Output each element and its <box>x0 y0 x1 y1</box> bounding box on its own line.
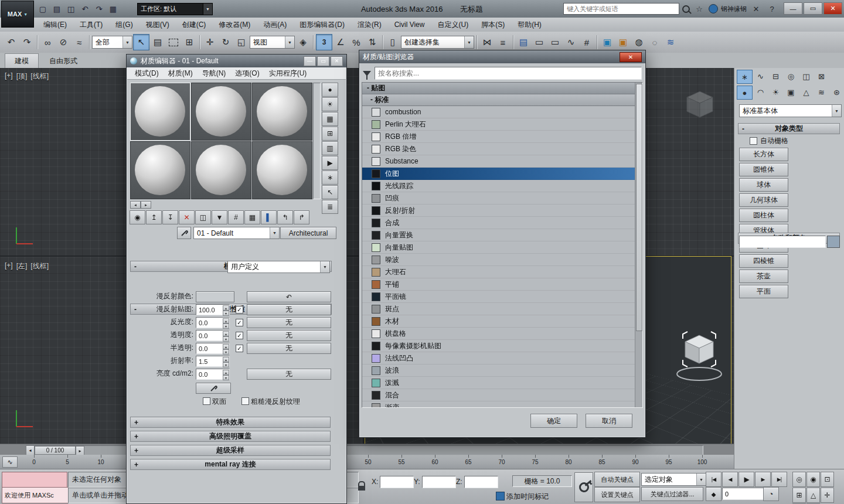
transparency-spinner[interactable]: 0.0▴▾ <box>196 330 230 341</box>
key-filters-button[interactable]: 关键点过滤器... <box>641 487 703 501</box>
undo-icon[interactable]: ↶ <box>4 35 19 50</box>
object-primitive-button[interactable]: 长方体 <box>739 148 788 161</box>
select-and-link-icon[interactable]: ∞ <box>40 35 55 50</box>
put-to-library-icon[interactable]: ▼ <box>212 210 227 224</box>
object-primitive-button[interactable]: 圆锥体 <box>739 163 788 176</box>
window-crossing-icon[interactable]: ⊞ <box>182 35 197 50</box>
help-icon[interactable]: ? <box>765 2 778 15</box>
systems-category-icon[interactable]: ⊛ <box>829 86 844 98</box>
translucency-spinner[interactable]: 0.0▴▾ <box>196 343 230 354</box>
helpers-category-icon[interactable]: △ <box>799 86 814 98</box>
sample-type-icon[interactable]: ● <box>322 83 338 97</box>
create-tab-icon[interactable]: ∗ <box>737 70 753 84</box>
sample-slot[interactable] <box>252 141 312 199</box>
bind-to-spacewarp-icon[interactable]: ≈ <box>72 35 87 50</box>
zoom-extents-all-icon[interactable]: ⊞ <box>792 488 806 503</box>
new-scene-icon[interactable]: ▢ <box>36 2 49 15</box>
x-coord-field[interactable] <box>380 476 414 488</box>
put-to-scene-icon[interactable]: ↥ <box>146 210 162 224</box>
select-object-icon[interactable]: ↖ <box>133 34 149 50</box>
sample-slot[interactable] <box>191 141 251 199</box>
cameras-category-icon[interactable]: ▣ <box>784 86 798 98</box>
percent-snap-icon[interactable]: % <box>349 35 364 50</box>
y-coord-field[interactable] <box>422 476 456 488</box>
luminance-spinner[interactable]: 0.0▴▾ <box>196 369 230 380</box>
spacewarps-category-icon[interactable]: ≋ <box>814 86 829 98</box>
go-to-parent-icon[interactable]: ↰ <box>277 210 293 224</box>
filter-icon[interactable] <box>363 71 371 76</box>
make-preview-icon[interactable]: ▶ <box>322 156 338 170</box>
options-icon[interactable]: ∗ <box>322 171 338 185</box>
material-editor-titlebar[interactable]: 材质编辑器 - 01 - Default — ▭ ✕ <box>127 55 346 67</box>
ior-spinner[interactable]: 1.5▴▾ <box>196 356 230 367</box>
angle-snap-icon[interactable]: ∠ <box>333 35 348 50</box>
display-tab-icon[interactable]: ◫ <box>799 70 814 83</box>
select-and-move-icon[interactable]: ✛ <box>202 35 217 50</box>
diffuse-map-checkbox[interactable]: ✓ <box>236 306 243 314</box>
next-frame-icon[interactable]: ▶ <box>755 472 771 487</box>
menu-item[interactable]: 帮助(H) <box>512 18 547 32</box>
a360-cloud-render-icon[interactable]: ≋ <box>663 35 678 50</box>
scroll-left-icon[interactable]: ◂ <box>130 201 141 209</box>
standard-group-header[interactable]: - 标准 <box>362 94 642 106</box>
material-editor-menu-item[interactable]: 导航(N) <box>198 67 230 80</box>
geometry-category-combo[interactable]: 标准基本体 ▼ <box>739 104 842 117</box>
maxscript-mini-listener[interactable]: 欢迎使用 MAXSc <box>2 487 70 503</box>
autogrid-checkbox[interactable] <box>750 137 757 145</box>
spinner-snap-icon[interactable]: ⇅ <box>365 35 380 50</box>
minimize-button[interactable]: — <box>784 2 802 15</box>
exchange-apps-icon[interactable]: ✕ <box>750 2 763 15</box>
key-filter-combo[interactable]: 选定对象 ▼ <box>641 473 706 486</box>
user-avatar-icon[interactable] <box>709 4 718 13</box>
select-and-scale-icon[interactable]: ◱ <box>234 35 249 50</box>
map-type-row[interactable]: 合成 <box>362 217 642 229</box>
field-of-view-icon[interactable]: △ <box>806 488 820 503</box>
selection-region-icon[interactable] <box>166 35 181 50</box>
add-time-tag[interactable]: 添加时间标记 <box>506 492 549 502</box>
sample-slot[interactable] <box>130 141 190 199</box>
scrollbar-thumb[interactable] <box>636 84 642 331</box>
map-search-input[interactable] <box>375 67 642 80</box>
geometry-category-icon[interactable]: ● <box>737 86 753 100</box>
set-key-button[interactable]: 设置关键点 <box>594 487 640 502</box>
diffuse-map-spinner[interactable]: 100.0▴▾ <box>196 304 230 315</box>
mirror-icon[interactable]: ⋈ <box>479 35 495 50</box>
object-type-rollout[interactable]: - 对象类型 <box>738 123 840 134</box>
object-primitive-button[interactable]: 球体 <box>739 178 788 192</box>
pick-material-eyedropper[interactable] <box>177 227 191 239</box>
material-editor-menu-item[interactable]: 选项(O) <box>231 67 263 80</box>
video-color-check-icon[interactable]: ▥ <box>322 141 338 155</box>
zoom-extents-icon[interactable]: ⊡ <box>821 472 834 487</box>
workspace-combo[interactable]: 工作区: 默认 ▼ <box>137 3 213 15</box>
material-name-combo[interactable]: 01 - Default ▼ <box>193 227 280 239</box>
map-browser-titlebar[interactable]: 材质/贴图浏览器 ✕ <box>359 50 645 63</box>
z-coord-field[interactable] <box>464 476 498 488</box>
viewcube-inactive[interactable] <box>678 84 722 125</box>
selection-filter-combo[interactable]: 全部 ▼ <box>92 36 132 49</box>
map-type-row[interactable]: 棋盘格 <box>362 328 642 340</box>
slot-hscrollbar[interactable]: ◂ ▸ <box>130 201 151 209</box>
luminance-picker-button[interactable] <box>196 383 231 394</box>
diffuse-color-swatch[interactable] <box>196 291 234 302</box>
scene-explorer-icon[interactable]: ▤ <box>516 35 531 50</box>
rollout-header[interactable]: + 特殊效果 <box>130 417 331 428</box>
viewcube[interactable] <box>675 326 724 384</box>
background-icon[interactable]: ▦ <box>322 112 338 126</box>
go-to-end-icon[interactable]: ▶| <box>771 472 787 487</box>
search-input[interactable] <box>563 3 679 15</box>
material-navigator-icon[interactable]: ≣ <box>322 200 338 214</box>
list-scrollbar[interactable] <box>635 83 642 407</box>
hierarchy-tab-icon[interactable]: ⊟ <box>768 70 783 83</box>
shininess-checkbox[interactable]: ✓ <box>236 319 243 326</box>
macro-recorder-field[interactable] <box>2 472 67 488</box>
save-file-icon[interactable]: ◫ <box>64 2 77 15</box>
project-folder-icon[interactable]: ▦ <box>107 2 120 15</box>
backlight-icon[interactable]: ☀ <box>322 97 338 111</box>
slot-scrollbar[interactable] <box>313 83 321 199</box>
signed-in-user[interactable]: 钢神缘钢 <box>721 5 747 13</box>
unlink-selection-icon[interactable]: ⊘ <box>56 35 71 50</box>
map-type-row[interactable]: 平铺 <box>362 278 642 291</box>
time-tag-icon[interactable] <box>496 492 505 500</box>
ribbon-toggle-icon[interactable]: ▭ <box>547 35 563 50</box>
map-type-row[interactable]: 法线凹凸 <box>362 352 642 365</box>
